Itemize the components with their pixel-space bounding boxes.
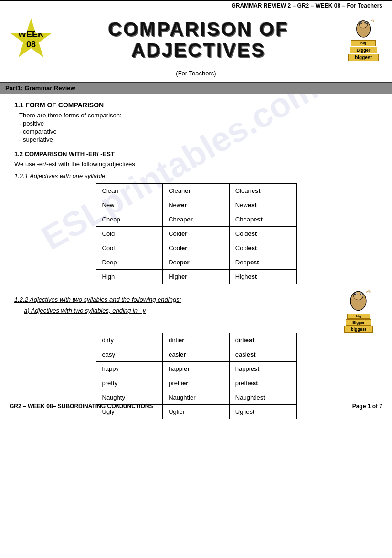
main-title: COMPARISON OF ADJECTIVES [60,19,337,61]
comparative-cell: Deeper [163,255,230,270]
part1-header: Part1: Grammar Review [0,82,392,94]
comparative-cell: Newer [163,198,230,212]
superlative-cell: Deepest [229,255,296,270]
week-badge: WEEK 08 [10,18,53,61]
superlative-cell: Cheapest [229,212,296,227]
superlative-cell: easiest [229,347,296,362]
banner: WEEK 08 COMPARISON OF ADJECTIVES [0,13,392,66]
positive-cell: Deep [96,255,163,270]
banner-title-area: COMPARISON OF ADJECTIVES [60,19,337,61]
mouse-icon-right: big Bigger biggest [339,289,378,333]
superlative-cell: happiest [229,362,296,376]
section-1-2-2-title: 1.2.2 Adjectives with two syllables and … [14,296,335,303]
positive-cell: happy [96,362,163,376]
comparative-cell: prettier [163,376,230,390]
positive-cell: New [96,198,163,212]
table-row: Clean Cleaner Cleanest [96,184,296,198]
superlative-cell: dirtiest [229,333,296,347]
table-row: easy easier easiest [96,347,296,362]
table-row: pretty prettier prettiest [96,376,296,390]
table-row: Deep Deeper Deepest [96,255,296,270]
mouse-svg [348,18,379,39]
positive-cell: Cool [96,241,163,255]
superlative-cell: Cleanest [229,184,296,198]
for-teachers: (For Teachers) [0,68,392,78]
one-syllable-table: Clean Cleaner Cleanest New Newer Newest … [96,183,297,284]
comparative-cell: dirtier [163,333,230,347]
week-label: WEEK [18,30,44,40]
positive-cell: pretty [96,376,163,390]
footer-left: GR2 – WEEK 08– SUBORDINATING CONJUNCTION… [10,403,153,410]
positive-cell: easy [96,347,163,362]
table-row: Cool Cooler Coolest [96,241,296,255]
section-1-2-title: 1.2 COMPARISON WITH -ER/ -EST [14,150,378,158]
svg-point-11 [360,294,362,295]
mouse-icon-top-right: big Bigger biggest [344,18,382,61]
svg-point-4 [360,22,361,23]
header-title: GRAMMAR REVIEW 2 – GR2 – WEEK 08 – For T… [231,2,382,9]
comparative-cell: Cheaper [163,212,230,227]
table-row: High Higher Highest [96,270,296,284]
table-row: Cold Colder Coldest [96,227,296,241]
main-section: 1.1 FORM OF COMPARISON There are three f… [0,101,392,419]
superlative-cell: Newest [229,198,296,212]
superlative-cell: Highest [229,270,296,284]
table-row: happy happier happiest [96,362,296,376]
section-1-2-2-subtitle-a: a) Adjectives with two syllables, ending… [24,307,335,314]
positive-cell: Cold [96,227,163,241]
comparative-cell: Cleaner [163,184,230,198]
page-footer: GR2 – WEEK 08– SUBORDINATING CONJUNCTION… [0,400,392,410]
positive-cell: dirty [96,333,163,347]
svg-point-5 [365,22,366,23]
section-1-1-title: 1.1 FORM OF COMPARISON [14,101,378,109]
section-1-2-body: We use -er/-est with the following adjec… [14,160,378,168]
comparative-cell: Colder [163,227,230,241]
mouse-svg-2 [344,289,373,313]
superlative-cell: prettiest [229,376,296,390]
table-row: dirty dirtier dirtiest [96,333,296,347]
svg-point-10 [355,294,357,295]
week-number: 08 [26,40,36,50]
table-row: Cheap Cheaper Cheapest [96,212,296,227]
section-1-2-1-title: 1.2.1 Adjectives with one syllable: [14,172,378,179]
comparative-cell: Higher [163,270,230,284]
footer-right: Page 1 of 7 [352,403,382,410]
positive-cell: Cheap [96,212,163,227]
comparative-cell: Cooler [163,241,230,255]
table-row: New Newer Newest [96,198,296,212]
section-1-1-body: There are three forms of comparison: - p… [14,112,378,143]
positive-cell: Clean [96,184,163,198]
superlative-cell: Coldest [229,227,296,241]
positive-cell: High [96,270,163,284]
comparative-cell: happier [163,362,230,376]
comparative-cell: easier [163,347,230,362]
superlative-cell: Coolest [229,241,296,255]
top-header: GRAMMAR REVIEW 2 – GR2 – WEEK 08 – For T… [0,0,392,11]
